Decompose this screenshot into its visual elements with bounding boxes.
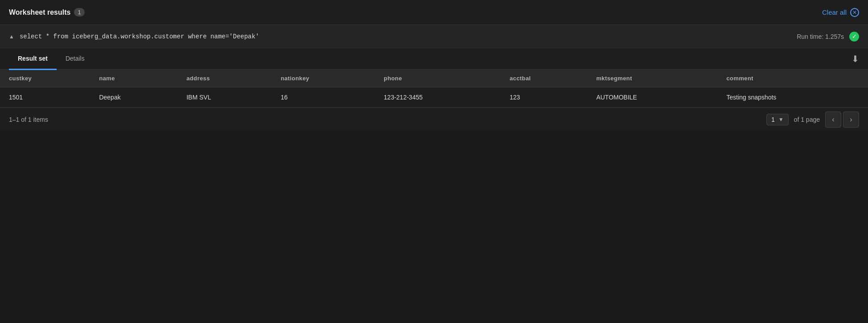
tab-result-set[interactable]: Result set bbox=[9, 49, 57, 70]
cell-comment: Testing snapshots bbox=[717, 87, 868, 108]
run-time-text: Run time: 1.257s bbox=[797, 33, 844, 40]
table-header: custkey name address nationkey phone acc… bbox=[0, 70, 868, 87]
clear-all-label: Clear all bbox=[822, 8, 847, 16]
cell-address: IBM SVL bbox=[177, 87, 272, 108]
tab-details[interactable]: Details bbox=[57, 49, 94, 70]
col-mktsegment: mktsegment bbox=[587, 70, 717, 87]
col-phone: phone bbox=[375, 70, 500, 87]
cell-acctbal: 123 bbox=[501, 87, 587, 108]
col-acctbal: acctbal bbox=[501, 70, 587, 87]
close-circle-icon: ✕ bbox=[850, 8, 859, 17]
pagination-right: 1 ▼ of 1 page ‹ › bbox=[766, 112, 859, 128]
query-bar: ▲ select * from iceberg_data.workshop.cu… bbox=[0, 25, 868, 48]
table-header-row: custkey name address nationkey phone acc… bbox=[0, 70, 868, 87]
clear-all-button[interactable]: Clear all ✕ bbox=[822, 8, 859, 17]
download-icon[interactable]: ⬇ bbox=[852, 54, 859, 64]
cell-nationkey: 16 bbox=[272, 87, 375, 108]
of-page-text: of 1 page bbox=[794, 116, 820, 123]
query-right: Run time: 1.257s ✓ bbox=[797, 32, 859, 41]
cell-phone: 123-212-3455 bbox=[375, 87, 500, 108]
tabs-left: Result set Details bbox=[9, 48, 94, 70]
col-custkey: custkey bbox=[0, 70, 90, 87]
cell-custkey: 1501 bbox=[0, 87, 90, 108]
col-name: name bbox=[90, 70, 177, 87]
pagination-bar: 1–1 of 1 items 1 ▼ of 1 page ‹ › bbox=[0, 108, 868, 131]
query-text: select * from iceberg_data.workshop.cust… bbox=[20, 33, 259, 40]
result-count-badge: 1 bbox=[74, 8, 84, 17]
query-left: ▲ select * from iceberg_data.workshop.cu… bbox=[9, 33, 259, 40]
cell-name: Deepak bbox=[90, 87, 177, 108]
results-table: custkey name address nationkey phone acc… bbox=[0, 70, 868, 108]
worksheet-results-title: Worksheet results bbox=[9, 8, 70, 17]
tabs-bar: Result set Details ⬇ bbox=[0, 48, 868, 70]
table-row: 1501DeepakIBM SVL16123-212-3455123AUTOMO… bbox=[0, 87, 868, 108]
page-selector[interactable]: 1 ▼ bbox=[766, 114, 789, 125]
next-page-button[interactable]: › bbox=[843, 112, 859, 128]
col-comment: comment bbox=[717, 70, 868, 87]
success-icon: ✓ bbox=[849, 32, 859, 41]
current-page: 1 bbox=[771, 116, 775, 123]
collapse-icon[interactable]: ▲ bbox=[9, 33, 14, 40]
col-address: address bbox=[177, 70, 272, 87]
items-count: 1–1 of 1 items bbox=[9, 116, 48, 123]
col-nationkey: nationkey bbox=[272, 70, 375, 87]
table-body: 1501DeepakIBM SVL16123-212-3455123AUTOMO… bbox=[0, 87, 868, 108]
cell-mktsegment: AUTOMOBILE bbox=[587, 87, 717, 108]
prev-page-button[interactable]: ‹ bbox=[825, 112, 841, 128]
header-title: Worksheet results 1 bbox=[9, 8, 85, 17]
header-bar: Worksheet results 1 Clear all ✕ bbox=[0, 0, 868, 25]
chevron-down-icon: ▼ bbox=[778, 116, 784, 123]
results-table-container: custkey name address nationkey phone acc… bbox=[0, 70, 868, 108]
